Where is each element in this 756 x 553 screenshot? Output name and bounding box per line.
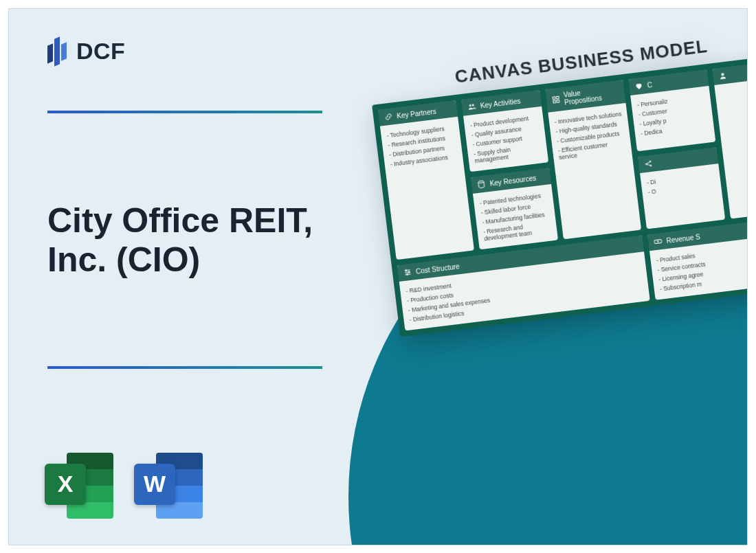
canvas-customer-relationships: C - Personaliz- Customer- Loyalty p- Ded… (628, 69, 715, 151)
sliders-icon (403, 267, 412, 276)
divider-top (47, 111, 322, 113)
svg-rect-4 (556, 96, 559, 99)
canvas-revenue-streams-title: Revenue S (666, 232, 700, 244)
canvas-key-activities: Key Activities - Product development- Qu… (461, 90, 548, 172)
svg-point-10 (721, 73, 724, 76)
product-card: DCF City Office REIT, Inc. (CIO) X W CAN… (8, 8, 748, 545)
svg-point-8 (649, 161, 651, 162)
excel-icon: X (45, 453, 113, 519)
link-icon (384, 112, 393, 121)
heart-icon (634, 81, 643, 90)
svg-rect-14 (654, 239, 662, 243)
canvas-key-partners-title: Key Partners (397, 107, 437, 120)
brand-logo-mark (47, 35, 68, 68)
file-icons-row: X W (45, 453, 203, 519)
svg-point-15 (657, 240, 658, 242)
word-icon-letter: W (134, 464, 175, 505)
page-title: City Office REIT, Inc. (CIO) (47, 201, 350, 280)
svg-rect-3 (553, 96, 555, 99)
share-icon (644, 159, 653, 168)
cash-icon (654, 236, 663, 245)
word-icon: W (134, 453, 203, 519)
svg-rect-6 (557, 100, 559, 102)
canvas-value-propositions: Value Propositions - Innovative tech sol… (545, 80, 641, 239)
svg-point-7 (646, 163, 647, 164)
svg-point-0 (469, 104, 471, 106)
svg-point-11 (405, 269, 407, 271)
divider-bottom (47, 366, 322, 369)
canvas-key-resources-title: Key Resources (489, 174, 537, 187)
canvas-grid: Key Partners - Technology suppliers- Res… (372, 53, 748, 337)
brand-logo: DCF (47, 35, 125, 68)
canvas-value-propositions-title: Value Propositions (563, 84, 620, 106)
svg-point-13 (406, 273, 408, 275)
canvas-preview: CANVAS BUSINESS MODEL Key Partners - Tec… (368, 25, 748, 337)
canvas-revenue-streams: Revenue S - Product sales- Service contr… (647, 214, 748, 300)
users-icon (467, 102, 476, 111)
svg-point-1 (472, 104, 474, 106)
excel-icon-letter: X (45, 464, 86, 505)
database-icon (477, 179, 486, 188)
canvas-key-partners: Key Partners - Technology suppliers- Res… (378, 100, 474, 259)
canvas-channels: - Di- O (638, 147, 724, 229)
user-icon (718, 71, 727, 80)
svg-point-9 (650, 164, 652, 166)
canvas-key-activities-title: Key Activities (480, 97, 521, 109)
svg-rect-5 (553, 100, 556, 103)
grid-icon (551, 95, 560, 104)
brand-logo-text: DCF (76, 38, 125, 65)
canvas-cost-structure-title: Cost Structure (415, 262, 460, 275)
svg-point-12 (408, 271, 410, 273)
svg-point-2 (478, 180, 484, 183)
canvas-customer-relationships-title: C (647, 80, 653, 89)
canvas-key-resources: Key Resources - Patented technologies- S… (471, 168, 557, 249)
